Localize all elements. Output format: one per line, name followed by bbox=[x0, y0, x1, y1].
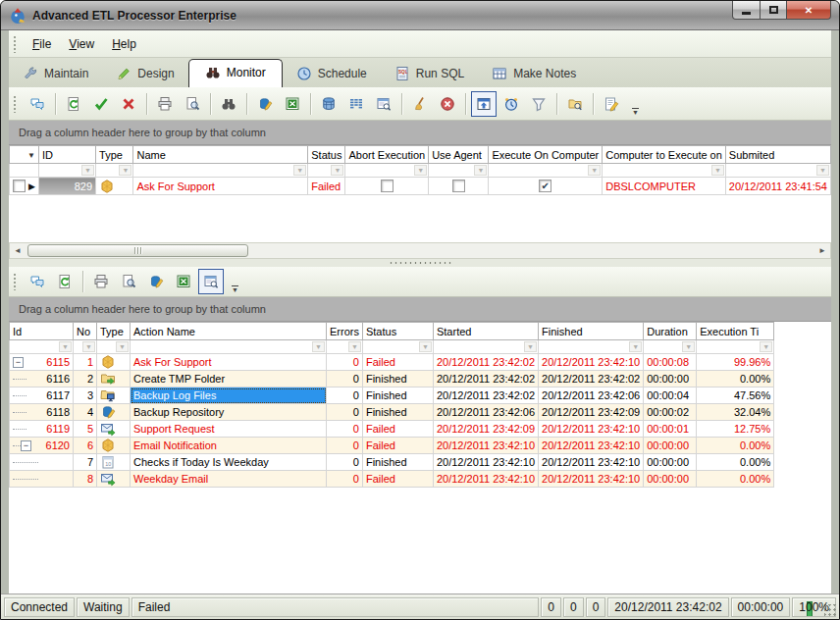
minimize-button[interactable] bbox=[732, 1, 761, 20]
filter-dropdown-icon[interactable]: ▼ bbox=[116, 341, 129, 352]
cell-started[interactable]: 20/12/2011 23:42:02 bbox=[433, 371, 538, 388]
panel-splitter[interactable] bbox=[9, 259, 831, 267]
cell-id[interactable]: 829 bbox=[38, 178, 95, 195]
cell-finished[interactable]: 20/12/2011 23:42:06 bbox=[539, 388, 644, 404]
tab-make-notes[interactable]: Make Notes bbox=[478, 61, 590, 86]
filter-dropdown-icon[interactable]: ▼ bbox=[629, 341, 642, 352]
filter-cell[interactable]: ▼ bbox=[74, 340, 97, 354]
cell-type[interactable] bbox=[96, 178, 133, 195]
cell-id[interactable]: 6119 bbox=[10, 421, 74, 438]
cell-no[interactable]: 2 bbox=[74, 371, 97, 388]
cell-duration[interactable]: 00:00:00 bbox=[644, 471, 697, 488]
cell-name[interactable]: Ask For Support bbox=[133, 178, 308, 195]
cell-started[interactable]: 20/12/2011 23:42:10 bbox=[433, 438, 538, 454]
cell-execution-time[interactable]: 0.00% bbox=[697, 471, 774, 488]
filter-dropdown-icon[interactable]: ▼ bbox=[414, 165, 427, 176]
toolbar-button-show-record[interactable] bbox=[371, 91, 396, 117]
toolbar-button-columns-view[interactable] bbox=[343, 91, 369, 117]
filter-dropdown-icon[interactable]: ▼ bbox=[293, 165, 306, 176]
menu-file[interactable]: File bbox=[24, 34, 60, 54]
column-header-status[interactable]: Status bbox=[308, 146, 345, 164]
toolbar-gripper[interactable] bbox=[13, 273, 18, 290]
column-header-name[interactable]: Name bbox=[133, 146, 308, 164]
cell-errors[interactable]: 0 bbox=[327, 421, 363, 438]
filter-cell[interactable]: ▼ bbox=[539, 340, 644, 354]
cell-type[interactable] bbox=[97, 421, 131, 438]
filter-dropdown-icon[interactable]: ▼ bbox=[711, 165, 724, 176]
toolbar-button-messages[interactable] bbox=[25, 269, 50, 294]
log-row[interactable]: −61206Email Notification0Failed20/12/201… bbox=[10, 438, 774, 454]
cell-duration[interactable]: 00:00:00 bbox=[644, 454, 697, 471]
cell-status[interactable]: Finished bbox=[362, 388, 433, 404]
filter-dropdown-icon[interactable]: ▼ bbox=[816, 165, 829, 176]
filter-dropdown-icon[interactable]: ▼ bbox=[419, 341, 432, 352]
cell-id[interactable] bbox=[10, 454, 74, 471]
cell-id[interactable]: −6120 bbox=[10, 438, 74, 454]
filter-dropdown-icon[interactable]: ▼ bbox=[682, 341, 695, 352]
filter-dropdown-icon[interactable]: ▼ bbox=[59, 341, 72, 352]
tree-collapse-button[interactable]: − bbox=[13, 357, 24, 368]
toolbar-overflow-button[interactable]: ▼ bbox=[229, 270, 241, 293]
cell-duration[interactable]: 00:00:08 bbox=[644, 354, 697, 371]
filter-dropdown-icon[interactable]: ▼ bbox=[81, 165, 94, 176]
cell-status[interactable]: Failed bbox=[362, 438, 433, 454]
toolbar-overflow-button[interactable]: ▼ bbox=[629, 92, 642, 116]
maximize-button[interactable] bbox=[761, 1, 787, 20]
log-row[interactable]: 8Weekday Email0Failed20/12/2011 23:42:10… bbox=[10, 471, 774, 488]
menu-view[interactable]: View bbox=[60, 34, 103, 54]
filter-cell[interactable]: ▼ bbox=[38, 164, 95, 178]
cell-type[interactable] bbox=[97, 471, 131, 488]
title-bar[interactable]: Advanced ETL Processor Enterprise ✕ bbox=[1, 1, 839, 30]
toolbar-button-abort[interactable] bbox=[435, 91, 460, 117]
cell-type[interactable] bbox=[97, 404, 131, 421]
column-header-id[interactable]: Id bbox=[10, 323, 74, 340]
cell-duration[interactable]: 00:00:02 bbox=[644, 404, 697, 421]
cell-status[interactable]: Failed bbox=[362, 421, 433, 438]
filter-cell[interactable]: ▼ bbox=[725, 164, 830, 178]
cell-status[interactable]: Failed bbox=[362, 354, 433, 371]
jobs-group-by-band[interactable]: Drag a column header here to group by th… bbox=[9, 121, 831, 145]
cell-action-name[interactable]: Backup Repository bbox=[131, 404, 327, 421]
cell-action-name-selected[interactable]: Backup Log Files bbox=[131, 388, 327, 404]
filter-cell[interactable]: ▼ bbox=[133, 164, 308, 178]
column-header-execution-ti[interactable]: Execution Ti bbox=[697, 323, 774, 340]
scroll-right-arrow-icon[interactable]: ► bbox=[814, 243, 830, 258]
toolbar-button-database[interactable] bbox=[316, 91, 341, 117]
cell-no[interactable]: 6 bbox=[74, 438, 97, 454]
cell-type[interactable] bbox=[97, 438, 131, 454]
cell-started[interactable]: 20/12/2011 23:42:02 bbox=[433, 388, 538, 404]
tree-collapse-button[interactable]: − bbox=[21, 440, 31, 451]
tab-design[interactable]: Design bbox=[102, 61, 187, 86]
filter-dropdown-icon[interactable]: ▼ bbox=[474, 165, 487, 176]
cell-finished[interactable]: 20/12/2011 23:42:10 bbox=[539, 454, 644, 471]
checkbox[interactable] bbox=[381, 180, 394, 192]
toolbar-button-filter[interactable] bbox=[526, 91, 551, 117]
column-header-started[interactable]: Started bbox=[433, 323, 538, 340]
filter-cell[interactable]: ▼ bbox=[131, 340, 327, 354]
cell-finished[interactable]: 20/12/2011 23:42:10 bbox=[539, 421, 644, 438]
column-header-execute-on-computer[interactable]: Execute On Computer bbox=[489, 146, 603, 164]
cell-type[interactable] bbox=[97, 354, 131, 371]
column-header-finished[interactable]: Finished bbox=[539, 323, 644, 340]
cell-errors[interactable]: 0 bbox=[327, 371, 363, 388]
splitter-grip[interactable] bbox=[389, 261, 451, 265]
cell-no[interactable]: 1 bbox=[74, 354, 97, 371]
menu-help[interactable]: Help bbox=[103, 34, 145, 54]
tab-schedule[interactable]: Schedule bbox=[283, 61, 381, 86]
checkbox[interactable] bbox=[452, 180, 465, 192]
column-header-errors[interactable]: Errors bbox=[327, 323, 363, 340]
cell-status[interactable]: Failed bbox=[308, 178, 345, 195]
log-row[interactable]: 61173Backup Log Files0Finished20/12/2011… bbox=[10, 388, 774, 404]
toolbar-button-export-excel[interactable] bbox=[280, 91, 305, 117]
cell-duration[interactable]: 00:00:01 bbox=[644, 421, 697, 438]
scrollbar-thumb[interactable] bbox=[27, 244, 248, 257]
filter-cell[interactable]: ▼ bbox=[644, 340, 697, 354]
filter-dropdown-icon[interactable]: ▼ bbox=[119, 165, 131, 176]
cell-execute-on-computer[interactable]: ✔ bbox=[489, 178, 603, 195]
cell-action-name[interactable]: Create TMP Folder bbox=[131, 371, 327, 388]
filter-cell[interactable]: ▼ bbox=[96, 164, 133, 178]
cell-id[interactable] bbox=[10, 471, 74, 488]
cell-errors[interactable]: 0 bbox=[327, 454, 363, 471]
cell-action-name[interactable]: Email Notification bbox=[131, 438, 327, 454]
cell-duration[interactable]: 00:00:04 bbox=[644, 388, 697, 404]
